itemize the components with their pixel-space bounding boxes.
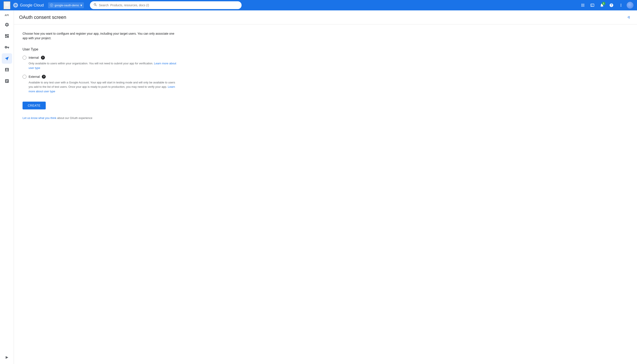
api-label: API <box>5 12 9 19</box>
top-navigation: Google Cloud google-oauth-demo ▾ <box>0 0 637 10</box>
search-bar <box>90 1 242 9</box>
project-selector[interactable]: google-oauth-demo ▾ <box>48 2 84 8</box>
search-input[interactable] <box>99 4 238 7</box>
nav-right-actions: 1 <box>579 1 634 9</box>
main-layout: API <box>0 10 637 364</box>
menu-button[interactable] <box>4 1 10 9</box>
avatar[interactable] <box>626 2 634 9</box>
content-area: OAuth consent screen Choose how you want… <box>14 10 637 364</box>
logo-text: Google Cloud <box>20 3 44 8</box>
external-radio-label: External <box>28 75 40 78</box>
sidebar-item-dashboard[interactable] <box>2 31 12 41</box>
page-header: OAuth consent screen <box>14 10 637 24</box>
notifications-button[interactable]: 1 <box>598 1 606 9</box>
external-option: External ? Available to any test user wi… <box>22 75 178 94</box>
sidebar-bottom: ▶ <box>4 354 10 362</box>
project-name: google-oauth-demo <box>54 4 79 7</box>
apps-icon-button[interactable] <box>579 1 587 9</box>
collapse-panel-button[interactable] <box>625 14 632 21</box>
external-radio-input[interactable] <box>22 75 26 79</box>
help-button[interactable] <box>608 1 615 9</box>
internal-option: Internal ? Only available to users withi… <box>22 56 178 70</box>
search-icon <box>94 3 97 8</box>
user-type-radio-group: Internal ? Only available to users withi… <box>22 56 178 98</box>
sidebar-item-oauth[interactable] <box>2 53 12 64</box>
internal-radio-row: Internal ? <box>22 56 178 60</box>
internal-description: Only available to users within your orga… <box>28 61 178 70</box>
sidebar-item-verification[interactable] <box>2 64 12 75</box>
expand-sidebar-button[interactable]: ▶ <box>4 354 10 360</box>
sidebar-item-credentials[interactable] <box>2 42 12 52</box>
sidebar-item-settings[interactable] <box>2 20 12 30</box>
feedback-link[interactable]: Let us know what you think <box>22 116 56 120</box>
more-options-button[interactable] <box>617 1 625 9</box>
svg-rect-1 <box>629 16 630 19</box>
external-help-icon[interactable]: ? <box>42 75 46 79</box>
external-description: Available to any test user with a Google… <box>28 80 178 94</box>
google-cloud-logo: Google Cloud <box>13 2 44 8</box>
description-text: Choose how you want to configure and reg… <box>22 32 178 40</box>
create-button[interactable]: CREATE <box>22 102 46 110</box>
chevron-down-icon: ▾ <box>80 3 82 7</box>
user-type-section-title: User Type <box>22 48 178 51</box>
page-content: Choose how you want to configure and reg… <box>14 24 187 126</box>
external-radio-row: External ? <box>22 75 178 79</box>
cloud-shell-button[interactable] <box>588 1 596 9</box>
internal-help-icon[interactable]: ? <box>41 56 45 60</box>
notification-count: 1 <box>602 2 605 5</box>
page-title: OAuth consent screen <box>19 14 66 20</box>
sidebar: API <box>0 10 14 364</box>
feedback-section: Let us know what you think about our OAu… <box>22 116 178 120</box>
internal-radio-input[interactable] <box>22 56 26 60</box>
feedback-suffix: about our OAuth experience <box>56 116 92 120</box>
internal-radio-label: Internal <box>28 56 39 59</box>
sidebar-item-page-usage[interactable] <box>2 76 12 86</box>
